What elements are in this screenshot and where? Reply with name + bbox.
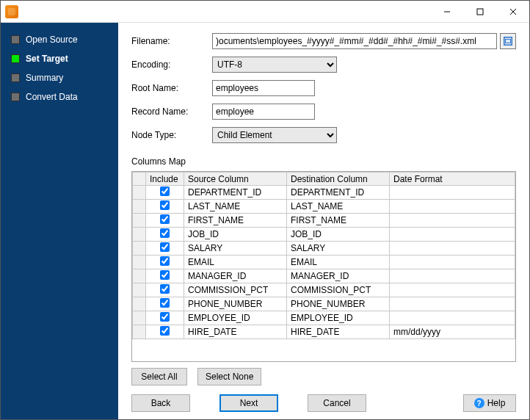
source-cell[interactable]: MANAGER_ID <box>184 269 287 283</box>
include-checkbox[interactable] <box>160 200 170 210</box>
row-handle[interactable] <box>133 214 146 228</box>
table-row[interactable]: PHONE_NUMBERPHONE_NUMBER <box>133 297 515 311</box>
include-cell[interactable] <box>146 311 184 325</box>
destination-cell[interactable]: PHONE_NUMBER <box>287 297 390 311</box>
include-checkbox[interactable] <box>160 270 170 280</box>
select-none-button[interactable]: Select None <box>197 368 261 385</box>
destination-cell[interactable]: SALARY <box>287 242 390 256</box>
row-handle[interactable] <box>133 311 146 325</box>
destination-cell[interactable]: FIRST_NAME <box>287 214 390 228</box>
source-cell[interactable]: FIRST_NAME <box>184 214 287 228</box>
row-handle[interactable] <box>133 283 146 297</box>
include-cell[interactable] <box>146 228 184 242</box>
source-column-header[interactable]: Source Column <box>184 173 287 186</box>
table-row[interactable]: EMPLOYEE_IDEMPLOYEE_ID <box>133 311 515 325</box>
row-handle[interactable] <box>133 242 146 256</box>
source-cell[interactable]: SALARY <box>184 242 287 256</box>
back-button[interactable]: Back <box>131 394 190 412</box>
include-checkbox[interactable] <box>160 242 170 252</box>
date-format-cell[interactable] <box>390 283 515 297</box>
help-button[interactable]: ? Help <box>463 394 516 412</box>
minimize-button[interactable] <box>430 1 463 22</box>
include-checkbox[interactable] <box>160 256 170 266</box>
nav-summary[interactable]: Summary <box>1 68 118 87</box>
source-cell[interactable]: COMMISSION_PCT <box>184 283 287 297</box>
source-cell[interactable]: EMPLOYEE_ID <box>184 311 287 325</box>
nav-convert-data[interactable]: Convert Data <box>1 87 118 106</box>
row-handle[interactable] <box>133 200 146 214</box>
destination-column-header[interactable]: Destination Column <box>287 173 390 186</box>
include-cell[interactable] <box>146 269 184 283</box>
date-format-cell[interactable] <box>390 214 515 228</box>
date-format-cell[interactable] <box>390 186 515 200</box>
source-cell[interactable]: JOB_ID <box>184 228 287 242</box>
row-handle[interactable] <box>133 269 146 283</box>
date-format-cell[interactable] <box>390 269 515 283</box>
table-row[interactable]: DEPARTMENT_IDDEPARTMENT_ID <box>133 186 515 200</box>
include-header[interactable]: Include <box>146 173 184 186</box>
row-handle[interactable] <box>133 325 146 339</box>
include-cell[interactable] <box>146 214 184 228</box>
date-format-cell[interactable] <box>390 311 515 325</box>
include-checkbox[interactable] <box>160 187 170 196</box>
include-checkbox[interactable] <box>160 214 170 224</box>
nav-open-source[interactable]: Open Source <box>1 30 118 49</box>
include-checkbox[interactable] <box>160 284 170 294</box>
destination-cell[interactable]: MANAGER_ID <box>287 269 390 283</box>
include-cell[interactable] <box>146 200 184 214</box>
node-type-select[interactable]: Child Element <box>212 127 337 143</box>
destination-cell[interactable]: EMPLOYEE_ID <box>287 311 390 325</box>
table-row[interactable]: FIRST_NAMEFIRST_NAME <box>133 214 515 228</box>
include-cell[interactable] <box>146 186 184 200</box>
row-handle[interactable] <box>133 256 146 269</box>
table-row[interactable]: EMAILEMAIL <box>133 256 515 269</box>
filename-input[interactable] <box>212 33 497 49</box>
destination-cell[interactable]: COMMISSION_PCT <box>287 283 390 297</box>
destination-cell[interactable]: HIRE_DATE <box>287 325 390 339</box>
include-checkbox[interactable] <box>160 312 170 322</box>
include-cell[interactable] <box>146 325 184 339</box>
include-cell[interactable] <box>146 283 184 297</box>
browse-button[interactable] <box>500 33 516 49</box>
source-cell[interactable]: EMAIL <box>184 256 287 269</box>
date-format-cell[interactable] <box>390 200 515 214</box>
destination-cell[interactable]: LAST_NAME <box>287 200 390 214</box>
source-cell[interactable]: PHONE_NUMBER <box>184 297 287 311</box>
table-row[interactable]: JOB_IDJOB_ID <box>133 228 515 242</box>
close-button[interactable] <box>496 1 529 22</box>
row-handle[interactable] <box>133 228 146 242</box>
table-row[interactable]: SALARYSALARY <box>133 242 515 256</box>
source-cell[interactable]: HIRE_DATE <box>184 325 287 339</box>
date-format-cell[interactable] <box>390 256 515 269</box>
maximize-button[interactable] <box>463 1 496 22</box>
table-row[interactable]: LAST_NAMELAST_NAME <box>133 200 515 214</box>
date-format-cell[interactable] <box>390 297 515 311</box>
include-cell[interactable] <box>146 242 184 256</box>
include-checkbox[interactable] <box>160 326 170 336</box>
row-handle[interactable] <box>133 297 146 311</box>
root-name-input[interactable] <box>212 80 315 96</box>
include-checkbox[interactable] <box>160 298 170 308</box>
columns-map-table[interactable]: Include Source Column Destination Column… <box>131 171 516 362</box>
table-row[interactable]: HIRE_DATEHIRE_DATEmm/dd/yyyy <box>133 325 515 339</box>
nav-set-target[interactable]: Set Target <box>1 49 118 68</box>
source-cell[interactable]: DEPARTMENT_ID <box>184 186 287 200</box>
destination-cell[interactable]: JOB_ID <box>287 228 390 242</box>
table-row[interactable]: COMMISSION_PCTCOMMISSION_PCT <box>133 283 515 297</box>
record-name-input[interactable] <box>212 104 315 120</box>
encoding-select[interactable]: UTF-8 <box>212 57 337 73</box>
destination-cell[interactable]: DEPARTMENT_ID <box>287 186 390 200</box>
destination-cell[interactable]: EMAIL <box>287 256 390 269</box>
row-handle[interactable] <box>133 186 146 200</box>
date-format-cell[interactable] <box>390 242 515 256</box>
include-checkbox[interactable] <box>160 228 170 238</box>
table-row[interactable]: MANAGER_IDMANAGER_ID <box>133 269 515 283</box>
date-format-header[interactable]: Date Format <box>390 173 515 186</box>
select-all-button[interactable]: Select All <box>131 368 187 385</box>
next-button[interactable]: Next <box>219 394 278 412</box>
source-cell[interactable]: LAST_NAME <box>184 200 287 214</box>
include-cell[interactable] <box>146 256 184 269</box>
date-format-cell[interactable]: mm/dd/yyyy <box>390 325 515 339</box>
cancel-button[interactable]: Cancel <box>308 394 366 412</box>
include-cell[interactable] <box>146 297 184 311</box>
